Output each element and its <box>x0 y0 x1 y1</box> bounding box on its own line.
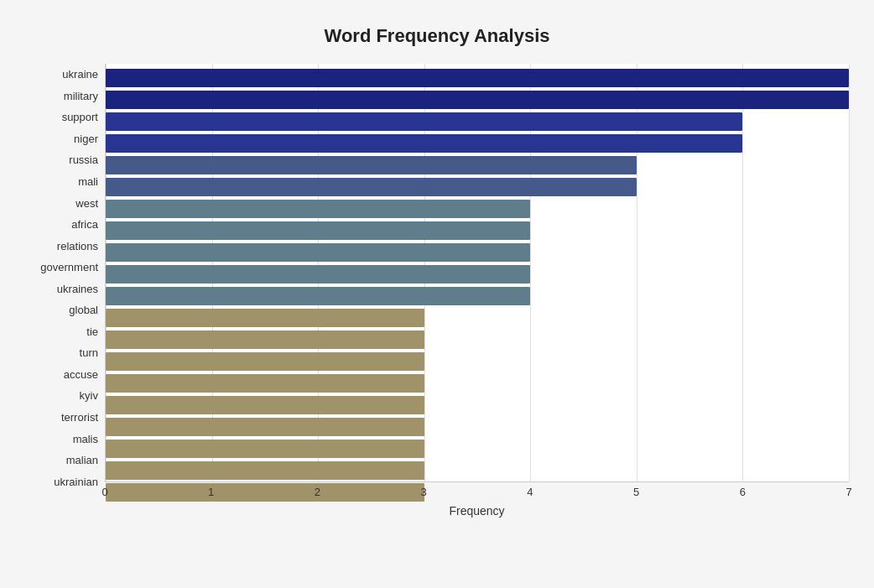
y-axis-label: government <box>40 257 98 278</box>
bar-row <box>106 351 849 372</box>
x-tick-label: 7 <box>845 486 851 498</box>
bar <box>106 418 424 436</box>
x-tick-label: 2 <box>315 486 320 498</box>
bar-row <box>106 133 849 154</box>
bar-row <box>106 416 849 438</box>
chart-area: ukrainemilitarysupportnigerrussiamaliwes… <box>25 64 849 518</box>
bar <box>106 221 530 240</box>
y-axis-label: ukraines <box>57 278 98 299</box>
y-axis-label: terrorist <box>61 407 98 429</box>
bar <box>106 134 742 153</box>
bar <box>106 352 424 371</box>
bar <box>106 461 424 480</box>
y-axis-label: west <box>75 192 98 214</box>
bars-wrapper <box>105 64 849 482</box>
bar <box>106 309 424 327</box>
y-axis-label: tie <box>86 321 98 343</box>
bar-row <box>106 198 849 220</box>
bar-row <box>106 263 849 285</box>
y-axis-label: niger <box>74 128 98 150</box>
bar-row <box>106 372 849 394</box>
x-axis-label: Frequency <box>105 504 849 518</box>
y-axis-label: kyiv <box>80 385 98 407</box>
bar <box>106 265 530 284</box>
x-tick-label: 5 <box>633 486 639 498</box>
y-axis-label: malis <box>73 428 98 450</box>
bars-container <box>106 64 849 481</box>
y-axis-label: turn <box>80 342 98 364</box>
x-tick-label: 6 <box>740 486 746 498</box>
bar <box>106 91 849 109</box>
bar <box>106 330 424 349</box>
y-axis-label: malian <box>66 450 98 471</box>
y-axis-label: global <box>69 299 98 321</box>
bar <box>106 69 849 87</box>
bar <box>106 178 637 196</box>
x-tick-label: 1 <box>208 486 214 498</box>
bar <box>106 112 742 131</box>
bar <box>106 440 424 458</box>
x-tick-label: 3 <box>421 486 427 498</box>
bar <box>106 156 637 174</box>
bar-row <box>106 220 849 242</box>
bar-row <box>106 285 849 307</box>
y-axis-label: accuse <box>64 364 98 386</box>
y-axis-label: military <box>64 86 98 107</box>
y-axis-label: ukrainian <box>54 471 98 492</box>
y-axis-label: mali <box>78 171 98 193</box>
y-axis-label: support <box>62 107 98 128</box>
y-axis-label: africa <box>71 214 98 236</box>
y-axis-label: russia <box>69 149 98 171</box>
bar-row <box>106 438 849 460</box>
x-ticks: 01234567 <box>105 482 849 499</box>
bar-row <box>106 154 849 176</box>
bar <box>106 396 424 414</box>
bar-row <box>106 329 849 351</box>
bar <box>106 200 530 218</box>
bar-row <box>106 67 849 89</box>
bar-row <box>106 394 849 416</box>
x-tick-label: 0 <box>101 486 107 498</box>
y-axis-label: relations <box>57 235 98 257</box>
chart-title: Word Frequency Analysis <box>25 17 849 47</box>
x-tick-label: 4 <box>527 486 533 498</box>
bar <box>106 243 530 262</box>
plot-area: 01234567 Frequency <box>105 64 849 518</box>
bar-row <box>106 307 849 329</box>
y-axis: ukrainemilitarysupportnigerrussiamaliwes… <box>25 64 105 518</box>
y-axis-label: ukraine <box>62 64 98 86</box>
bar-row <box>106 242 849 263</box>
grid-line <box>849 64 850 481</box>
bar-row <box>106 89 849 111</box>
bar-row <box>106 176 849 198</box>
bar-row <box>106 111 849 133</box>
chart-container: Word Frequency Analysis ukrainemilitarys… <box>0 0 874 588</box>
bar-row <box>106 460 849 481</box>
bar <box>106 287 530 305</box>
bar <box>106 374 424 393</box>
